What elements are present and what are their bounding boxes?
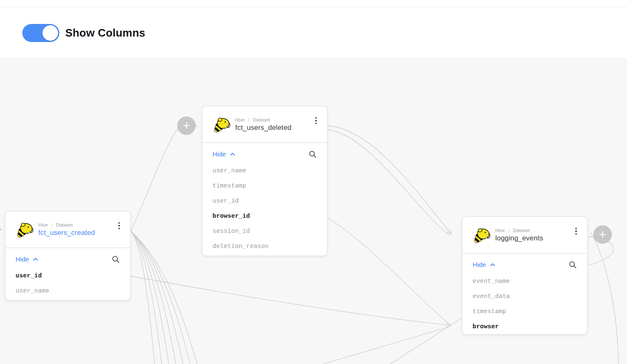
- column-row[interactable]: browser: [462, 319, 587, 334]
- column-row[interactable]: user_name: [202, 163, 327, 178]
- node-header: Hive | Dataset fct_users_deleted: [202, 106, 327, 143]
- search-columns-button[interactable]: [569, 261, 577, 269]
- hide-label: Hide: [473, 261, 486, 269]
- node-header: Hive | Dataset fct_users_created: [5, 211, 130, 248]
- column-row[interactable]: timestamp: [202, 178, 327, 193]
- meta-separator: |: [508, 228, 510, 233]
- hide-columns-link[interactable]: Hide: [213, 150, 235, 158]
- search-icon: [309, 150, 317, 158]
- search-columns-button[interactable]: [112, 256, 120, 264]
- show-columns-label: Show Columns: [65, 26, 145, 40]
- meta-separator: |: [51, 222, 53, 227]
- node-title[interactable]: fct_users_deleted: [235, 124, 292, 132]
- node-meta: Hive | Dataset: [495, 228, 543, 233]
- column-row[interactable]: browser_id: [202, 208, 327, 224]
- chevron-up-icon: [490, 263, 495, 266]
- search-columns-button[interactable]: [309, 150, 317, 158]
- chevron-up-icon: [230, 153, 235, 156]
- dataset-node-fct-users-created[interactable]: Hive | Dataset fct_users_created Hide us…: [5, 211, 130, 301]
- kebab-menu-icon[interactable]: [114, 220, 124, 232]
- node-meta: Hive | Dataset: [235, 117, 292, 122]
- column-row[interactable]: session_id: [202, 224, 327, 239]
- hide-label: Hide: [16, 256, 29, 263]
- source-label: Hive: [38, 222, 48, 227]
- column-row[interactable]: user_id: [202, 193, 327, 208]
- kebab-menu-icon[interactable]: [311, 115, 321, 127]
- dataset-node-fct-users-deleted[interactable]: Hive | Dataset fct_users_deleted Hide us…: [202, 106, 327, 256]
- column-row[interactable]: event_data: [462, 289, 587, 304]
- hive-icon: [213, 117, 230, 134]
- source-label: Hive: [495, 228, 505, 233]
- kebab-menu-icon[interactable]: [571, 225, 581, 237]
- top-toolbar: Show Columns: [0, 0, 627, 58]
- node-meta: Hive | Dataset: [38, 222, 95, 227]
- type-label: Dataset: [56, 222, 73, 227]
- column-row[interactable]: deletion_reason: [202, 239, 327, 254]
- node-title[interactable]: logging_events: [495, 234, 543, 242]
- hide-columns-link[interactable]: Hide: [473, 261, 495, 269]
- column-row[interactable]: event_name: [462, 274, 587, 289]
- top-divider: [0, 7, 627, 7]
- search-icon: [569, 261, 577, 269]
- source-label: Hive: [235, 117, 245, 122]
- dataset-node-logging-events[interactable]: Hive | Dataset logging_events Hide event…: [462, 216, 587, 335]
- lineage-app: Show Columns + + Hive: [0, 0, 627, 364]
- hide-columns-link[interactable]: Hide: [16, 256, 38, 263]
- hive-icon: [16, 222, 33, 239]
- type-label: Dataset: [513, 228, 530, 233]
- node-title[interactable]: fct_users_created: [38, 229, 95, 237]
- search-icon: [112, 256, 120, 264]
- hive-icon: [473, 227, 490, 244]
- column-row[interactable]: timestamp: [462, 304, 587, 319]
- expand-downstream-button[interactable]: +: [593, 225, 612, 244]
- show-columns-toggle[interactable]: [22, 24, 59, 42]
- toggle-knob: [43, 25, 58, 41]
- chevron-up-icon: [33, 258, 38, 261]
- type-label: Dataset: [253, 117, 270, 122]
- meta-separator: |: [248, 117, 250, 122]
- column-row[interactable]: user_id: [5, 268, 130, 283]
- node-header: Hive | Dataset logging_events: [462, 217, 587, 253]
- expand-upstream-button[interactable]: +: [177, 116, 196, 135]
- hide-label: Hide: [213, 150, 226, 158]
- column-row[interactable]: user_name: [5, 283, 130, 298]
